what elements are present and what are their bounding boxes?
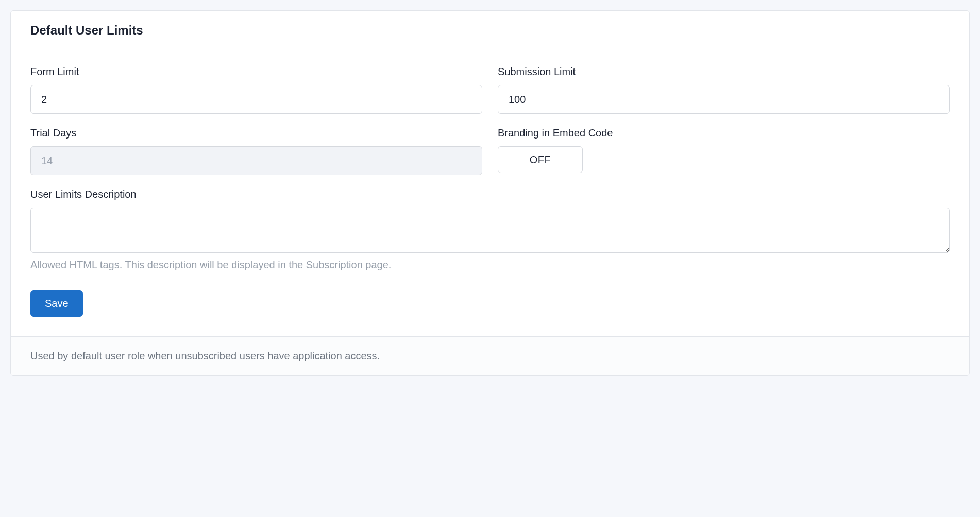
form-row-1: Form Limit Submission Limit (30, 66, 950, 114)
description-label: User Limits Description (30, 188, 950, 200)
default-user-limits-card: Default User Limits Form Limit Submissio… (10, 10, 970, 376)
save-button[interactable]: Save (30, 290, 83, 317)
card-body: Form Limit Submission Limit Trial Days B… (11, 50, 969, 336)
description-textarea[interactable] (30, 208, 950, 253)
form-group-branding: Branding in Embed Code OFF (498, 127, 950, 175)
submission-limit-input[interactable] (498, 85, 950, 114)
form-row-2: Trial Days Branding in Embed Code OFF (30, 127, 950, 175)
form-group-form-limit: Form Limit (30, 66, 482, 114)
form-limit-input[interactable] (30, 85, 482, 114)
branding-toggle[interactable]: OFF (498, 146, 583, 173)
card-header: Default User Limits (11, 11, 969, 50)
footer-text: Used by default user role when unsubscri… (30, 350, 950, 362)
branding-label: Branding in Embed Code (498, 127, 950, 139)
form-group-submission-limit: Submission Limit (498, 66, 950, 114)
trial-days-input (30, 146, 482, 175)
trial-days-label: Trial Days (30, 127, 482, 139)
card-footer: Used by default user role when unsubscri… (11, 336, 969, 375)
form-group-description: User Limits Description Allowed HTML tag… (30, 188, 950, 271)
submission-limit-label: Submission Limit (498, 66, 950, 78)
card-title: Default User Limits (30, 23, 950, 38)
form-limit-label: Form Limit (30, 66, 482, 78)
form-group-trial-days: Trial Days (30, 127, 482, 175)
description-help-text: Allowed HTML tags. This description will… (30, 259, 950, 271)
